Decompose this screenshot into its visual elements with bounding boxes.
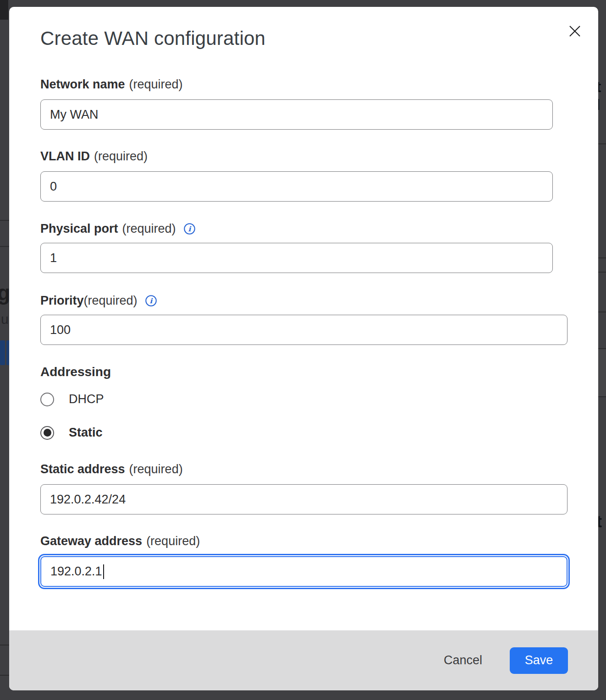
radio-unchecked-icon[interactable] [40, 393, 54, 406]
required-hint: (required) [84, 294, 138, 308]
physical-port-input[interactable] [40, 243, 553, 273]
background-line [597, 396, 606, 397]
required-hint: (required) [94, 149, 148, 164]
text-cursor [103, 564, 104, 579]
gateway-address-label: Gateway address (required) [40, 534, 200, 548]
save-button[interactable]: Save [510, 647, 568, 674]
background-line [597, 272, 606, 273]
network-name-input[interactable] [40, 99, 553, 130]
network-name-label: Network name (required) [40, 77, 183, 92]
background-row-fragment [597, 348, 606, 396]
background-line [0, 645, 9, 645]
background-line [0, 675, 9, 676]
background-header-fragment [0, 0, 8, 20]
background-text-fragment: u [1, 312, 9, 327]
required-hint: (required) [129, 77, 183, 92]
addressing-heading: Addressing [40, 365, 111, 379]
background-button-fragment [0, 340, 5, 365]
required-hint: (required) [122, 222, 176, 236]
radio-label-dhcp[interactable]: DHCP [69, 392, 104, 406]
background-line [597, 348, 606, 349]
background-line [0, 220, 9, 221]
gateway-address-input[interactable]: 192.0.2.1 [40, 556, 567, 587]
physical-port-label: Physical port (required) i [40, 221, 196, 236]
background-line [597, 143, 606, 144]
close-button[interactable] [567, 24, 582, 39]
radio-option-dhcp[interactable]: DHCP [40, 392, 104, 406]
vlan-id-label: VLAN ID (required) [40, 149, 148, 164]
radio-label-static[interactable]: Static [69, 426, 103, 440]
required-hint: (required) [146, 534, 200, 548]
svg-text:i: i [149, 297, 153, 305]
info-icon[interactable]: i [183, 223, 196, 235]
background-line [597, 257, 606, 258]
svg-text:i: i [188, 225, 191, 233]
radio-option-static[interactable]: Static [40, 426, 103, 440]
priority-label: Priority (required) i [40, 293, 157, 308]
info-icon[interactable]: i [145, 295, 157, 307]
required-hint: (required) [129, 462, 183, 476]
cancel-button[interactable]: Cancel [437, 650, 489, 671]
vlan-id-input[interactable] [40, 171, 553, 202]
background-line [597, 312, 606, 312]
priority-input[interactable] [40, 315, 567, 345]
create-wan-dialog: Create WAN configuration Network name (r… [9, 7, 598, 690]
radio-checked-icon[interactable] [40, 426, 54, 440]
gateway-address-value: 192.0.2.1 [50, 564, 102, 579]
dialog-title: Create WAN configuration [40, 27, 265, 49]
dialog-footer: Cancel Save [9, 630, 598, 690]
static-address-input[interactable] [40, 484, 567, 514]
close-icon [568, 32, 581, 39]
background-line [0, 246, 9, 247]
static-address-label: Static address (required) [40, 462, 183, 476]
